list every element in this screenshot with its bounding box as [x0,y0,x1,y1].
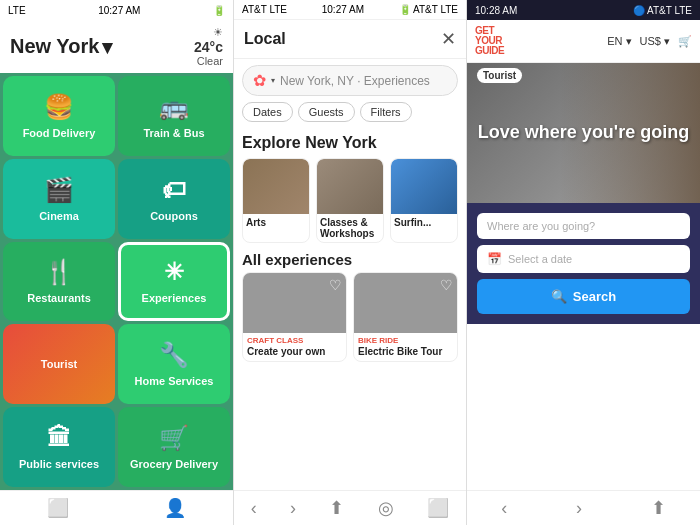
destination-placeholder: Where are you going? [487,220,595,232]
screen1-app: LTE 10:27 AM 🔋 New York ▾ ☀ 24°c Clear 🍔… [0,0,233,525]
status-icons-2: 🔋 AT&T LTE [399,4,458,15]
exp-pottery[interactable]: ♡ CRAFT CLASS Create your own [242,272,347,362]
grid-item-train-bus[interactable]: 🚌 Train & Bus [118,76,230,156]
bottom-nav-1: ⬜ 👤 [0,490,233,525]
bottom-nav-2: ‹ › ⬆ ◎ ⬜ [234,490,466,525]
gyg-line3: GUIDE [475,46,504,56]
bike-image: ♡ [354,273,457,333]
search-button[interactable]: 🔍 Search [477,279,690,314]
coupons-icon: 🏷 [162,176,186,204]
public-services-icon: 🏛 [47,424,71,452]
grid-item-food-delivery[interactable]: 🍔 Food Delivery [3,76,115,156]
guests-filter[interactable]: Guests [298,102,355,122]
hero-section: Tourist Love where you're going [467,63,700,203]
filters-filter[interactable]: Filters [360,102,412,122]
screen3-getyourguide: 10:28 AM 🔵 AT&T LTE GET YOUR GUIDE EN ▾ … [467,0,700,525]
grid-item-grocery[interactable]: 🛒 Grocery Delivery [118,407,230,487]
grid-item-coupons[interactable]: 🏷 Coupons [118,159,230,239]
hero-text: Love where you're going [468,122,699,144]
nav-profile-icon[interactable]: 👤 [164,497,186,519]
status-carrier-2: AT&T LTE [242,4,287,15]
screen2-header: Local Local ✕ [234,20,466,59]
app-title-local: Local [244,30,286,48]
grid-item-public-services[interactable]: 🏛 Public services [3,407,115,487]
close-button[interactable]: ✕ [441,28,456,50]
dates-filter[interactable]: Dates [242,102,293,122]
nav-compass-icon[interactable]: ◎ [378,497,394,519]
nav-forward-3[interactable]: › [576,498,582,519]
status-icons-1: 🔋 [213,5,225,16]
nav-share-3[interactable]: ⬆ [651,497,666,519]
weather-widget: ☀ 24°c Clear [194,26,223,67]
currency-selector[interactable]: US$ ▾ [640,35,670,48]
heart-icon-bike[interactable]: ♡ [440,277,453,293]
city-chevron: ▾ [102,35,112,59]
cinema-label: Cinema [39,210,79,222]
gyg-logo: GET YOUR GUIDE [475,26,504,56]
nav-back-icon[interactable]: ‹ [251,498,257,519]
heart-icon-pottery[interactable]: ♡ [329,277,342,293]
bottom-nav-3: ‹ › ⬆ [467,490,700,525]
nav-home-icon[interactable]: ⬜ [47,497,69,519]
status-time-3: 10:28 AM [475,5,517,16]
city-name[interactable]: New York ▾ [10,35,112,59]
experiences-label: Experiences [142,292,207,304]
grid-item-tourist[interactable]: Tourist [3,324,115,404]
category-classes-workshops[interactable]: Classes & Workshops [316,158,384,243]
nav-tabs-icon[interactable]: ⬜ [427,497,449,519]
search-text: New York, NY · Experiences [280,74,430,88]
calendar-icon: 📅 [487,252,502,266]
status-carrier-1: LTE [8,5,26,16]
status-bar-2: AT&T LTE 10:27 AM 🔋 AT&T LTE [234,0,466,20]
explore-title: Explore New York [234,128,466,158]
filter-row: Dates Guests Filters [234,102,466,128]
food-delivery-icon: 🍔 [44,93,74,121]
surfing-label: Surfin... [391,214,457,231]
pottery-type: CRAFT CLASS [243,333,346,345]
grid-item-cinema[interactable]: 🎬 Cinema [3,159,115,239]
train-bus-label: Train & Bus [143,127,204,139]
lang-selector[interactable]: EN ▾ [607,35,631,48]
status-time-1: 10:27 AM [98,5,140,16]
coupons-label: Coupons [150,210,198,222]
date-placeholder: Select a date [508,253,572,265]
grid-item-restaurants[interactable]: 🍴 Restaurants [3,242,115,322]
restaurants-label: Restaurants [27,292,91,304]
tourist-page-label: Tourist [477,68,522,83]
cart-icon[interactable]: 🛒 [678,35,692,48]
search-bar[interactable]: ✿ ▾ New York, NY · Experiences [242,65,458,96]
home-services-icon: 🔧 [159,341,189,369]
grid-item-experiences[interactable]: ✳ Experiences [118,242,230,322]
destination-field[interactable]: Where are you going? [477,213,690,239]
all-experiences-title: All experiences [234,243,466,272]
grocery-icon: 🛒 [159,424,189,452]
nav-forward-icon[interactable]: › [290,498,296,519]
screen2-local: AT&T LTE 10:27 AM 🔋 AT&T LTE Local Local… [233,0,467,525]
pottery-image: ♡ [243,273,346,333]
grid-item-home-services[interactable]: 🔧 Home Services [118,324,230,404]
status-bar-3: 10:28 AM 🔵 AT&T LTE [467,0,700,20]
city-label: New York [10,35,99,58]
grocery-label: Grocery Delivery [130,458,218,470]
exp-bike[interactable]: ♡ BIKE RIDE Electric Bike Tour [353,272,458,362]
service-grid: 🍔 Food Delivery 🚌 Train & Bus 🎬 Cinema 🏷… [0,73,233,490]
status-icons-3: 🔵 AT&T LTE [633,5,692,16]
category-surfing[interactable]: Surfin... [390,158,458,243]
date-field[interactable]: 📅 Select a date [477,245,690,273]
cinema-icon: 🎬 [44,176,74,204]
tourist-label: Tourist [41,358,77,370]
category-arts[interactable]: Arts [242,158,310,243]
screen3-topbar: GET YOUR GUIDE EN ▾ US$ ▾ 🛒 [467,20,700,63]
nav-back-3[interactable]: ‹ [501,498,507,519]
category-row: Arts Classes & Workshops Surfin... [234,158,466,243]
screen1-header: New York ▾ ☀ 24°c Clear [0,20,233,73]
nav-share-icon[interactable]: ⬆ [329,497,344,519]
airbnb-logo: ✿ [253,71,266,90]
experiences-icon: ✳ [164,258,184,286]
search-icon: 🔍 [551,289,567,304]
temperature: 24°c [194,39,223,55]
home-services-label: Home Services [135,375,214,387]
arts-label: Arts [243,214,309,231]
classes-label: Classes & Workshops [317,214,383,242]
weather-condition: Clear [197,55,223,67]
